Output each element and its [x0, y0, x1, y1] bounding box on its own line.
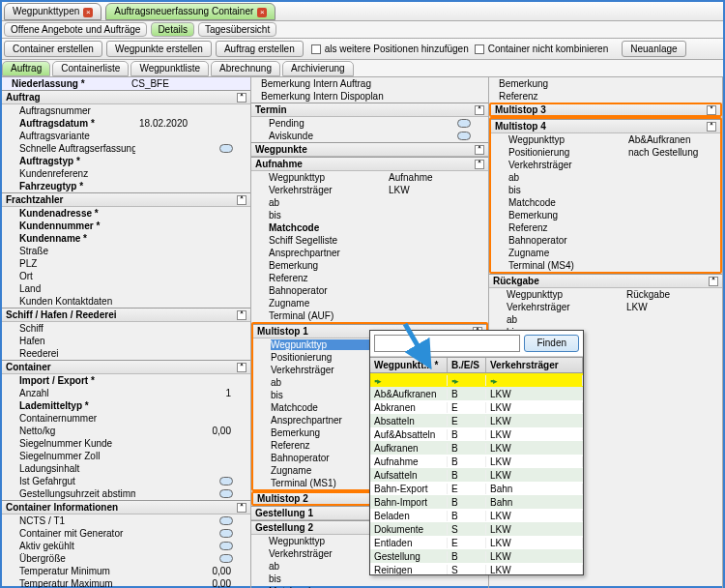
toggle-termin-1[interactable] — [457, 132, 471, 140]
field-auftrag-5[interactable]: Kundenreferenz — [2, 167, 250, 180]
weitere-positionen-checkbox[interactable] — [311, 44, 321, 54]
field-frachtzahler-7[interactable]: Kunden Kontaktdaten — [2, 295, 250, 308]
close-icon[interactable]: × — [257, 8, 267, 17]
field-aufnahme-11[interactable]: Terminal (AUF) — [251, 309, 488, 322]
chevron-up-icon[interactable]: ˄ — [237, 195, 246, 205]
group-wegpunkte[interactable]: Wegpunkte˄ — [251, 142, 488, 157]
group-rueckgabe[interactable]: Rückgabe˄ — [489, 274, 722, 288]
field-container-4[interactable]: Netto/kg0,00 — [2, 425, 250, 437]
picker-row[interactable]: AufsattelnBLKW — [370, 468, 583, 482]
group-multistop4[interactable]: Multistop 4˄ — [491, 119, 720, 133]
close-icon[interactable]: × — [83, 8, 93, 17]
group-termin[interactable]: Termin˄ — [251, 103, 488, 117]
field-frachtzahler-4[interactable]: PLZ — [2, 257, 250, 270]
field-aufnahme-7[interactable]: Bemerkung — [251, 259, 488, 272]
field-frachtzahler-5[interactable]: Ort — [2, 270, 250, 282]
field-aufnahme-1[interactable]: VerkehrsträgerLKW — [251, 184, 488, 196]
picker-row[interactable]: GestellungBLKW — [370, 549, 583, 563]
picker-row[interactable]: Bahn-ImportBBahn — [370, 495, 583, 509]
toggle-cinfo-2[interactable] — [219, 542, 233, 550]
bemerkung-intern-auftrag[interactable]: Bemerkung Intern Auftrag — [251, 77, 488, 90]
chevron-up-icon[interactable]: ˄ — [707, 122, 716, 132]
field-container-8[interactable]: Ist Gefahrgut — [2, 475, 250, 487]
field-multistop4-0[interactable]: WegpunkttypAb&Aufkranen — [491, 133, 720, 146]
field-frachtzahler-1[interactable]: Kundennummer * — [2, 220, 250, 232]
field-termin-0[interactable]: Pending — [251, 117, 488, 130]
field-auftrag-4[interactable]: Auftragstyp * — [2, 155, 250, 167]
field-container-5[interactable]: Siegelnummer Kunde — [2, 437, 250, 450]
field-container-3[interactable]: Containernummer — [2, 412, 250, 425]
field-multistop4-5[interactable]: Matchcode — [491, 196, 720, 209]
field-multistop4-3[interactable]: ab — [491, 171, 720, 184]
picker-row[interactable]: Auf&AbsattelnBLKW — [370, 427, 583, 441]
finden-button[interactable]: Finden — [524, 335, 579, 352]
field-multistop4-8[interactable]: Bahnoperator — [491, 234, 720, 247]
group-cinfo[interactable]: Container Informationen˄ — [2, 500, 250, 514]
field-container-9[interactable]: Gestellungsuhrzeit abstimmen — [2, 487, 250, 500]
field-termin-1[interactable]: Aviskunde — [251, 130, 488, 142]
subtab-tagesuebersicht[interactable]: Tagesübersicht — [198, 22, 276, 37]
picker-row[interactable]: BeladenBLKW — [370, 509, 583, 522]
picker-row[interactable]: AbsattelnELKW — [370, 414, 583, 427]
field-aufnahme-3[interactable]: bis — [251, 209, 488, 221]
field-container-2[interactable]: Lademitteltyp * — [2, 399, 250, 412]
field-auftrag-0[interactable]: Auftragsnummer — [2, 104, 250, 117]
subtab-offene[interactable]: Offene Angebote und Aufträge — [4, 22, 147, 37]
mtab-containerliste[interactable]: Containerliste — [52, 61, 129, 76]
field-aufnahme-0[interactable]: WegpunkttypAufnahme — [251, 171, 488, 184]
field-container-0[interactable]: Import / Export * — [2, 374, 250, 387]
field-auftrag-3[interactable]: Schnelle Auftragserfassung — [2, 142, 250, 155]
subtab-details[interactable]: Details — [151, 22, 194, 37]
niederlassung-field[interactable]: Niederlassung * CS_BFE — [2, 77, 250, 90]
auftrag-erstellen-button[interactable]: Auftrag erstellen — [216, 41, 304, 57]
field-multistop4-9[interactable]: Zugname — [491, 247, 720, 259]
field-schiff-2[interactable]: Reederei — [2, 347, 250, 360]
chevron-up-icon[interactable]: ˄ — [237, 93, 246, 103]
wegpunkte-erstellen-button[interactable]: Wegpunkte erstellen — [106, 41, 212, 57]
field-rueckgabe-2[interactable]: ab — [489, 313, 722, 326]
picker-row[interactable]: AufnahmeBLKW — [370, 455, 583, 468]
field-auftrag-6[interactable]: Fahrzeugtyp * — [2, 180, 250, 192]
tab-auftragsneuerfassung[interactable]: Auftragsneuerfassung Container× — [105, 3, 276, 20]
neuanlage-button[interactable]: Neuanlage — [622, 41, 685, 57]
picker-row[interactable]: Bahn-ExportEBahn — [370, 482, 583, 495]
field-aufnahme-4[interactable]: Matchcode — [251, 221, 488, 234]
field-frachtzahler-3[interactable]: Straße — [2, 245, 250, 257]
field-auftrag-2[interactable]: Auftragsvariante — [2, 130, 250, 142]
group-container[interactable]: Container˄ — [2, 360, 250, 374]
field-rueckgabe-0[interactable]: WegpunkttypRückgabe — [489, 288, 722, 301]
picker-list[interactable]: ▪▸▪▸▪▸Ab&AufkranenBLKWAbkranenELKWAbsatt… — [370, 373, 583, 574]
field-multistop4-1[interactable]: Positionierungnach Gestellung — [491, 146, 720, 159]
container-erstellen-button[interactable]: Container erstellen — [4, 41, 102, 57]
group-aufnahme[interactable]: Aufnahme˄ — [251, 157, 488, 171]
toggle-cinfo-3[interactable] — [219, 554, 233, 563]
toggle-cinfo-1[interactable] — [219, 529, 233, 538]
group-schiff[interactable]: Schiff / Hafen / Reederei˄ — [2, 308, 250, 322]
field-rueckgabe-1[interactable]: VerkehrsträgerLKW — [489, 301, 722, 313]
chevron-up-icon[interactable]: ˄ — [237, 310, 246, 320]
field-aufnahme-10[interactable]: Zugname — [251, 297, 488, 309]
group-frachtzahler[interactable]: Frachtzahler˄ — [2, 192, 250, 207]
picker-row[interactable]: DokumenteSLKW — [370, 522, 583, 536]
col-bes[interactable]: B./E/S — [448, 358, 486, 372]
toggle-container-8[interactable] — [219, 477, 233, 485]
chevron-up-icon[interactable]: ˄ — [475, 160, 484, 169]
toggle-cinfo-0[interactable] — [219, 516, 233, 525]
toggle-auftrag-3[interactable] — [219, 144, 233, 153]
field-container-6[interactable]: Siegelnummer Zoll — [2, 450, 250, 462]
field-aufnahme-8[interactable]: Referenz — [251, 272, 488, 284]
chevron-down-icon[interactable]: ˅ — [707, 105, 716, 115]
field-multistop4-2[interactable]: Verkehrsträger — [491, 159, 720, 171]
field-cinfo-1[interactable]: Container mit Generator — [2, 527, 250, 540]
mtab-auftrag[interactable]: Auftrag — [2, 61, 50, 76]
field-cinfo-5[interactable]: Temperatur Maximum0,00 — [2, 577, 250, 588]
field-frachtzahler-0[interactable]: Kundenadresse * — [2, 207, 250, 220]
field-frachtzahler-2[interactable]: Kundenname * — [2, 232, 250, 245]
field-multistop4-4[interactable]: bis — [491, 184, 720, 196]
field-aufnahme-2[interactable]: ab — [251, 196, 488, 209]
field-cinfo-2[interactable]: Aktiv gekühlt — [2, 540, 250, 552]
mtab-wegpunktliste[interactable]: Wegpunktliste — [130, 61, 209, 76]
chevron-up-icon[interactable]: ˄ — [475, 145, 484, 155]
chevron-up-icon[interactable]: ˄ — [475, 105, 484, 115]
bemerkung-intern-dispo[interactable]: Bemerkung Intern Dispoplan — [251, 90, 488, 103]
